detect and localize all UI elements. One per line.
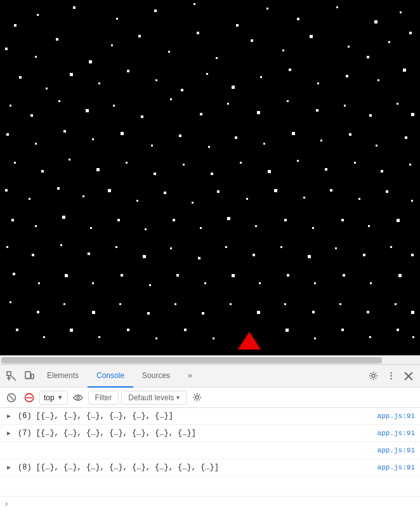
star <box>11 219 14 221</box>
expand-arrow[interactable]: ▶ <box>3 461 15 474</box>
star <box>409 164 411 166</box>
star <box>151 145 153 147</box>
star <box>336 6 338 8</box>
star <box>170 247 172 249</box>
device-toggle-button[interactable] <box>20 367 38 385</box>
star <box>282 49 284 51</box>
svg-point-6 <box>372 374 375 377</box>
canvas-scrollbar-thumb[interactable] <box>1 357 382 363</box>
star <box>121 132 124 135</box>
star <box>303 197 305 199</box>
star <box>335 247 337 249</box>
tab-elements[interactable]: Elements <box>38 365 88 388</box>
star <box>312 227 314 229</box>
star <box>60 244 62 246</box>
expand-arrow[interactable]: ▶ <box>3 410 15 422</box>
star <box>409 32 412 34</box>
settings-button[interactable] <box>364 367 382 385</box>
expand-arrow[interactable]: ▶ <box>3 427 15 440</box>
devtools-tabbar: Elements Console Sources » <box>0 365 420 388</box>
star <box>46 88 48 89</box>
star <box>65 274 68 277</box>
devtools-panel: Elements Console Sources » <box>0 364 420 510</box>
block-requests-button[interactable] <box>22 390 37 405</box>
console-source-link[interactable]: app.js:91 <box>377 429 420 437</box>
star <box>57 187 60 190</box>
star <box>141 115 143 118</box>
star <box>386 190 388 193</box>
star <box>246 198 248 200</box>
star <box>121 274 123 277</box>
star <box>179 134 181 137</box>
star <box>14 162 16 164</box>
canvas-scrollbar[interactable] <box>0 355 420 364</box>
star <box>37 311 39 313</box>
star <box>411 113 414 116</box>
tab-more[interactable]: » <box>179 365 201 388</box>
star <box>98 336 100 338</box>
star <box>183 164 185 166</box>
console-row[interactable]: ▶(7) [{…}, {…}, {…}, {…}, {…}, {…}, {…}]… <box>0 425 420 442</box>
filter-button[interactable]: Filter <box>88 391 119 405</box>
star <box>320 140 322 141</box>
star <box>198 257 200 259</box>
close-devtools-button[interactable] <box>400 367 417 385</box>
star <box>235 136 237 139</box>
console-source-link[interactable]: app.js:91 <box>377 464 420 471</box>
star <box>138 35 141 37</box>
star <box>284 303 286 305</box>
star <box>14 24 16 27</box>
star <box>330 189 332 192</box>
tab-console[interactable]: Console <box>88 365 133 388</box>
more-options-button[interactable] <box>382 367 400 385</box>
star <box>289 69 291 71</box>
console-settings-button[interactable] <box>189 390 204 405</box>
console-row[interactable]: ▶(8) [{…}, {…}, {…}, {…}, {…}, {…}, {…},… <box>0 459 420 476</box>
star <box>98 82 100 84</box>
console-output: ▶(6) [{…}, {…}, {…}, {…}, {…}, {…}]app.j… <box>0 408 420 476</box>
console-row[interactable]: app.js:91 <box>0 442 420 459</box>
star <box>5 48 8 50</box>
star <box>204 282 206 284</box>
console-source-link[interactable]: app.js:91 <box>377 412 420 420</box>
star <box>232 86 235 89</box>
star <box>339 303 341 305</box>
star <box>376 145 377 147</box>
default-levels-button[interactable]: Default levels ▾ <box>121 391 187 405</box>
star <box>398 274 402 277</box>
context-selector[interactable]: top ▼ <box>39 391 68 405</box>
star <box>92 282 94 284</box>
inspect-icon-button[interactable] <box>3 367 20 385</box>
star <box>208 146 210 148</box>
star <box>411 200 413 202</box>
console-source-link[interactable]: app.js:91 <box>377 447 420 454</box>
expand-arrow[interactable] <box>3 444 15 457</box>
live-expressions-button[interactable] <box>70 390 86 405</box>
star <box>255 225 257 227</box>
console-row[interactable]: ▶(6) [{…}, {…}, {…}, {…}, {…}, {…}]app.j… <box>0 408 420 425</box>
console-text: (7) [{…}, {…}, {…}, {…}, {…}, {…}, {…}] <box>15 429 377 438</box>
star <box>344 105 346 107</box>
star <box>149 284 151 286</box>
star <box>240 162 242 164</box>
star <box>297 160 299 162</box>
star <box>37 14 39 16</box>
star <box>143 255 146 258</box>
star <box>397 103 398 105</box>
star <box>200 113 202 115</box>
context-selector-chevron: ▼ <box>57 394 63 401</box>
star <box>354 162 356 164</box>
tab-sources[interactable]: Sources <box>133 365 179 388</box>
star <box>381 170 383 173</box>
star <box>316 109 318 112</box>
star <box>174 303 176 305</box>
star <box>259 282 261 284</box>
star <box>194 3 195 5</box>
console-output-wrapper: ▶(6) [{…}, {…}, {…}, {…}, {…}, {…}]app.j… <box>0 408 420 496</box>
clear-console-button[interactable] <box>4 390 19 405</box>
console-prompt[interactable]: › <box>0 496 420 510</box>
star <box>147 312 150 315</box>
svg-rect-0 <box>7 372 11 376</box>
star <box>19 76 22 79</box>
svg-point-9 <box>390 378 391 379</box>
